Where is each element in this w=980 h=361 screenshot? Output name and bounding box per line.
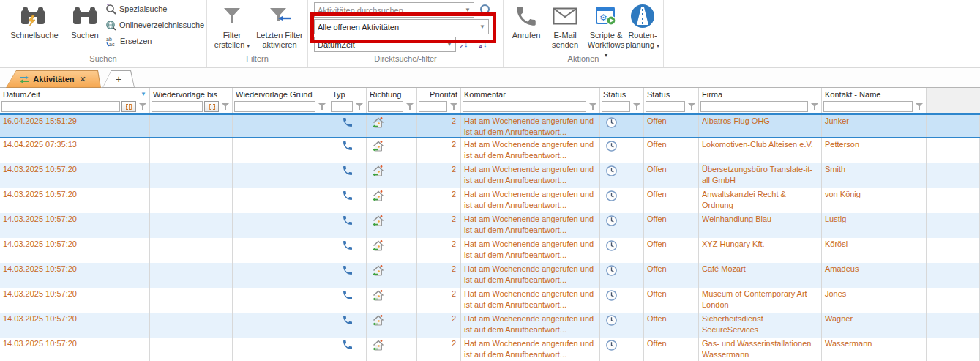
cell-wiedervorlage-bis[interactable] — [150, 115, 233, 137]
cell-kommentar[interactable]: Hat am Wochenende angerufen und ist auf … — [461, 263, 600, 288]
cell-prioritaet[interactable]: 2 — [417, 338, 461, 361]
cell-wiedervorlage-grund[interactable] — [233, 188, 329, 213]
table-row[interactable]: 14.03.2025 10:57:20 2 Hat am Wochenende … — [0, 338, 980, 361]
filter-funnel-icon[interactable] — [354, 103, 364, 111]
cell-wiedervorlage-grund[interactable] — [233, 163, 329, 188]
filter-input-kommentar[interactable] — [463, 101, 586, 112]
table-row[interactable]: 14.03.2025 10:57:20 2 Hat am Wochenende … — [0, 313, 980, 338]
cell-firma[interactable]: Übersetzungsbüro Translate-it-all GmbH — [699, 163, 822, 188]
cell-prioritaet[interactable]: 2 — [417, 238, 461, 263]
cell-wiedervorlage-bis[interactable] — [150, 263, 233, 288]
cell-kontakt[interactable]: Jones — [822, 288, 927, 313]
letzten-filter-aktivieren-button[interactable]: Letzten Filter aktivieren — [253, 1, 307, 50]
cell-status-icon[interactable] — [600, 188, 644, 213]
sort-ascending-button[interactable]: AZ↓ — [460, 39, 468, 49]
cell-firma[interactable]: Weinhandlung Blau — [699, 213, 822, 238]
cell-prioritaet[interactable]: 2 — [417, 263, 461, 288]
cell-typ[interactable] — [329, 238, 367, 263]
filter-input-kontakt[interactable] — [823, 101, 913, 112]
column-header-wiedervorlage-bis[interactable]: Wiedervorlage bis — [150, 88, 233, 100]
cell-prioritaet[interactable]: 2 — [417, 288, 461, 313]
cell-datumzeit[interactable]: 14.03.2025 10:57:20 — [0, 288, 150, 313]
filter-funnel-icon[interactable] — [449, 103, 459, 111]
cell-datumzeit[interactable]: 14.04.2025 07:35:13 — [0, 138, 150, 163]
cell-status[interactable]: Offen — [644, 263, 699, 288]
cell-wiedervorlage-bis[interactable] — [150, 163, 233, 188]
column-header-status-icon[interactable]: Status — [600, 88, 644, 100]
search-go-button[interactable] — [477, 1, 495, 18]
cell-status[interactable]: Offen — [644, 238, 699, 263]
table-row[interactable]: 14.03.2025 10:57:20 2 Hat am Wochenende … — [0, 213, 980, 238]
column-header-richtung[interactable]: Richtung — [367, 88, 417, 100]
cell-richtung[interactable] — [367, 238, 417, 263]
table-row[interactable]: 14.03.2025 10:57:20 2 Hat am Wochenende … — [0, 238, 980, 263]
schnellsuche-button[interactable]: Schnellsuche — [3, 1, 66, 40]
filter-funnel-icon[interactable] — [632, 103, 642, 111]
table-row[interactable]: 14.03.2025 10:57:20 2 Hat am Wochenende … — [0, 288, 980, 313]
cell-wiedervorlage-bis[interactable] — [150, 138, 233, 163]
cell-datumzeit[interactable]: 14.03.2025 10:57:20 — [0, 338, 150, 361]
cell-kommentar[interactable]: Hat am Wochenende angerufen und ist auf … — [461, 238, 600, 263]
tab-aktivitaeten[interactable]: Aktivitäten ✕ — [6, 70, 101, 88]
cell-kontakt[interactable]: Wassermann — [822, 338, 927, 361]
email-senden-button[interactable]: E-Mail senden — [546, 1, 584, 50]
cell-firma[interactable]: Sicherheitsdienst SecureServices — [699, 313, 822, 338]
cell-typ[interactable] — [329, 163, 367, 188]
cell-richtung[interactable] — [367, 138, 417, 163]
scripte-workflows-button[interactable]: ⚙ Scripte & Workflows ▾ — [586, 1, 626, 60]
cell-richtung[interactable] — [367, 188, 417, 213]
cell-wiedervorlage-bis[interactable] — [150, 238, 233, 263]
filter-input-status-icon[interactable] — [602, 101, 630, 112]
filter-input-richtung[interactable] — [368, 101, 403, 112]
activity-search-input[interactable] — [315, 6, 462, 15]
cell-wiedervorlage-grund[interactable] — [233, 238, 329, 263]
cell-prioritaet[interactable]: 2 — [417, 115, 461, 137]
cell-status[interactable]: Offen — [644, 138, 699, 163]
cell-richtung[interactable] — [367, 213, 417, 238]
filter-input-typ[interactable] — [331, 101, 353, 112]
activity-filter-value[interactable] — [315, 23, 476, 31]
cell-status[interactable]: Offen — [644, 188, 699, 213]
filter-erstellen-button[interactable]: Filter erstellen ▾ — [212, 1, 253, 51]
cell-kontakt[interactable]: Petterson — [822, 138, 927, 163]
cell-typ[interactable] — [329, 138, 367, 163]
filter-input-datumzeit[interactable] — [1, 101, 120, 112]
filter-funnel-icon[interactable] — [687, 103, 697, 111]
filter-input-wiedervorlage-bis[interactable] — [152, 101, 203, 112]
column-header-kontakt-name[interactable]: Kontakt - Name — [822, 88, 927, 100]
cell-firma[interactable]: Museum of Contemporary Art London — [699, 288, 822, 313]
combo-dropdown-icon[interactable]: ▼ — [444, 41, 455, 48]
cell-status[interactable]: Offen — [644, 338, 699, 361]
column-header-prioritaet[interactable]: Priorität — [417, 88, 461, 100]
cell-status-icon[interactable] — [600, 338, 644, 361]
cell-richtung[interactable] — [367, 163, 417, 188]
cell-datumzeit[interactable]: 14.03.2025 10:57:20 — [0, 263, 150, 288]
cell-status-icon[interactable] — [600, 238, 644, 263]
cell-kontakt[interactable]: Smith — [822, 163, 927, 188]
activity-search-combobox[interactable]: ▼ — [314, 2, 474, 18]
filter-funnel-icon[interactable] — [138, 103, 148, 111]
cell-datumzeit[interactable]: 14.03.2025 10:57:20 — [0, 313, 150, 338]
combo-dropdown-icon[interactable]: ▼ — [476, 23, 488, 30]
table-row[interactable]: 16.04.2025 15:51:29 2 Hat am Wochenende … — [0, 113, 980, 138]
column-header-datumzeit[interactable]: DatumZeit ▼ — [0, 88, 150, 100]
cell-kommentar[interactable]: Hat am Wochenende angerufen und ist auf … — [461, 213, 600, 238]
tab-close-icon[interactable]: ✕ — [78, 75, 88, 84]
sort-descending-button[interactable]: ZA↓ — [479, 39, 487, 49]
routenplanung-button[interactable]: Routen- planung ▾ — [624, 1, 662, 51]
cell-datumzeit[interactable]: 14.03.2025 10:57:20 — [0, 213, 150, 238]
spezialsuche-button[interactable]: Spezialsuche — [105, 1, 167, 16]
onlineverzeichnissuche-button[interactable]: Onlineverzeichnissuche — [105, 18, 204, 32]
cell-firma[interactable]: Albatros Flug OHG — [699, 115, 822, 137]
cell-typ[interactable] — [329, 213, 367, 238]
column-header-firma[interactable]: Firma — [699, 88, 822, 100]
anrufen-button[interactable]: Anrufen — [508, 1, 545, 40]
cell-firma[interactable]: XYZ Hungary Kft. — [699, 238, 822, 263]
table-row[interactable]: 14.03.2025 10:57:20 2 Hat am Wochenende … — [0, 263, 980, 288]
cell-wiedervorlage-bis[interactable] — [150, 288, 233, 313]
calendar-picker-icon[interactable] — [121, 101, 136, 112]
cell-typ[interactable] — [329, 115, 367, 137]
cell-datumzeit[interactable]: 14.03.2025 10:57:20 — [0, 163, 150, 188]
cell-status[interactable]: Offen — [644, 163, 699, 188]
filter-input-wiedervorlage-grund[interactable] — [234, 101, 315, 112]
